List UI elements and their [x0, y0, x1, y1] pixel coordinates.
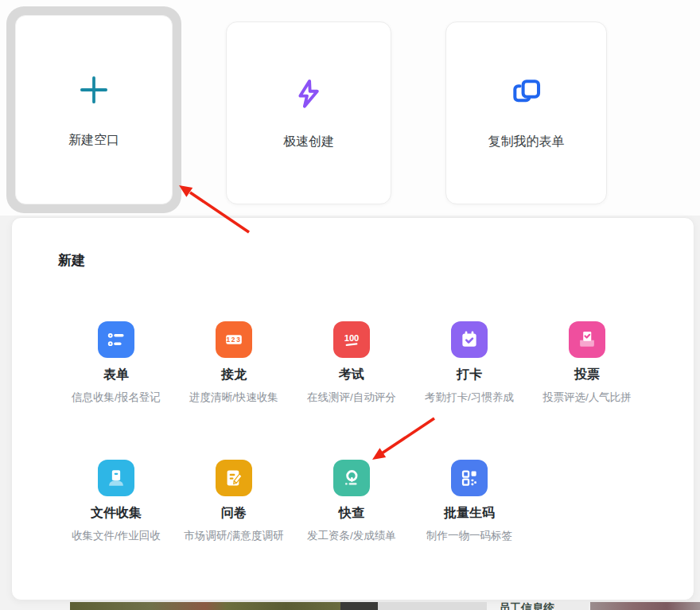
card-copy-form-label: 复制我的表单	[488, 134, 565, 150]
new-template-panel: 新建 表单 信息收集/报名登记 123 接龙 进度清	[11, 217, 694, 600]
exam-100-icon: 100	[333, 321, 370, 358]
batch-qr-icon	[451, 460, 488, 496]
template-item-quick-check[interactable]: 快查 发工资条/发成绩单	[293, 460, 410, 543]
card-new-blank-label: 新建空口	[68, 132, 119, 149]
card-new-blank[interactable]: 新建空口	[6, 6, 181, 213]
template-subtitle: 发工资条/发成绩单	[307, 529, 396, 543]
bottom-thumbnail-light	[378, 602, 487, 610]
card-quick-create-label: 极速创建	[283, 134, 334, 150]
template-label: 批量生码	[444, 505, 495, 522]
lightning-icon	[291, 76, 326, 115]
template-subtitle: 市场调研/满意度调研	[184, 529, 283, 543]
template-subtitle: 考勤打卡/习惯养成	[425, 390, 514, 405]
template-item-exam[interactable]: 100 考试 在线测评/自动评分	[293, 321, 410, 405]
survey-pencil-icon	[216, 460, 252, 496]
template-subtitle: 进度清晰/快速收集	[189, 390, 278, 405]
plus-icon	[76, 72, 112, 111]
template-label: 表单	[103, 367, 129, 383]
vote-ballot-icon	[569, 321, 605, 358]
template-row-2: 文件收集 收集文件/作业回收 问卷 市场调研/满意度调研	[57, 460, 528, 543]
bottom-thumbnail-maroon	[590, 602, 700, 610]
template-label: 考试	[339, 367, 364, 383]
template-item-survey[interactable]: 问卷 市场调研/满意度调研	[175, 460, 293, 543]
panel-title: 新建	[58, 251, 85, 270]
template-label: 快查	[339, 505, 364, 522]
template-item-vote[interactable]: 投票 投票评选/人气比拼	[528, 321, 646, 405]
template-subtitle: 在线测评/自动评分	[307, 390, 396, 405]
svg-text:123: 123	[227, 336, 242, 344]
template-item-file-collect[interactable]: 文件收集 收集文件/作业回收	[57, 460, 175, 543]
card-copy-form[interactable]: 复制我的表单	[445, 21, 607, 204]
template-subtitle: 信息收集/报名登记	[72, 390, 161, 405]
checkin-calendar-icon	[451, 321, 488, 358]
template-subtitle: 制作一物一码标签	[426, 529, 512, 543]
bottom-thumbnail-field	[70, 602, 340, 610]
template-subtitle: 收集文件/作业回收	[72, 529, 161, 543]
card-new-blank-body: 新建空口	[15, 15, 173, 204]
template-item-batch-qr[interactable]: 批量生码 制作一物一码标签	[410, 460, 528, 543]
form-list-icon	[98, 321, 134, 358]
card-quick-create[interactable]: 极速创建	[226, 21, 391, 204]
template-row-1: 表单 信息收集/报名登记 123 接龙 进度清晰/快速收集 100 考试 在线测…	[57, 321, 646, 405]
bottom-thumbnail-light-2	[554, 602, 589, 610]
template-label: 问卷	[221, 505, 247, 522]
template-label: 投票	[574, 367, 600, 383]
file-collect-icon	[98, 460, 134, 496]
sequence-123-icon: 123	[216, 321, 252, 358]
template-label: 接龙	[221, 367, 247, 383]
template-label: 打卡	[457, 367, 482, 383]
svg-text:100: 100	[344, 333, 360, 343]
template-subtitle: 投票评选/人气比拼	[542, 390, 632, 405]
template-item-checkin[interactable]: 打卡 考勤打卡/习惯养成	[410, 321, 528, 405]
copy-icon	[509, 76, 544, 115]
bottom-thumbnail-dark	[340, 602, 378, 610]
quick-search-icon	[333, 460, 370, 496]
template-label: 文件收集	[91, 505, 142, 522]
template-item-sequence[interactable]: 123 接龙 进度清晰/快速收集	[175, 321, 293, 405]
template-item-form[interactable]: 表单 信息收集/报名登记	[57, 321, 175, 405]
